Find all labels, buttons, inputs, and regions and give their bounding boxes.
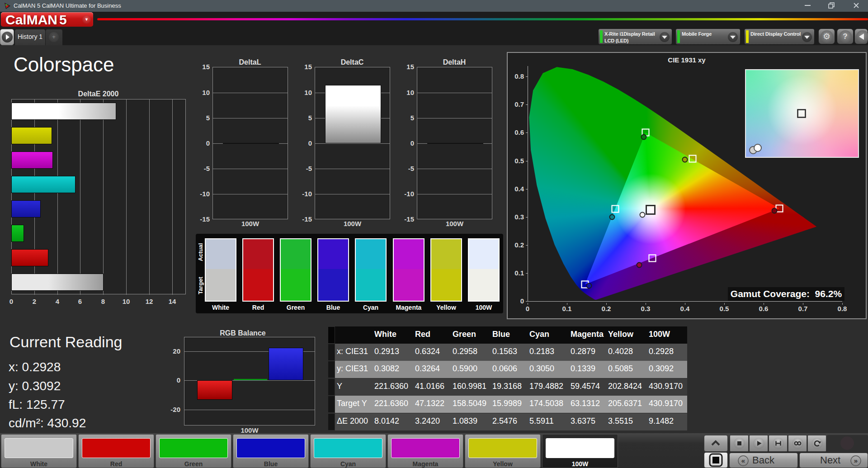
svg-text:»: » bbox=[854, 457, 858, 464]
svg-text:«: « bbox=[741, 457, 745, 464]
